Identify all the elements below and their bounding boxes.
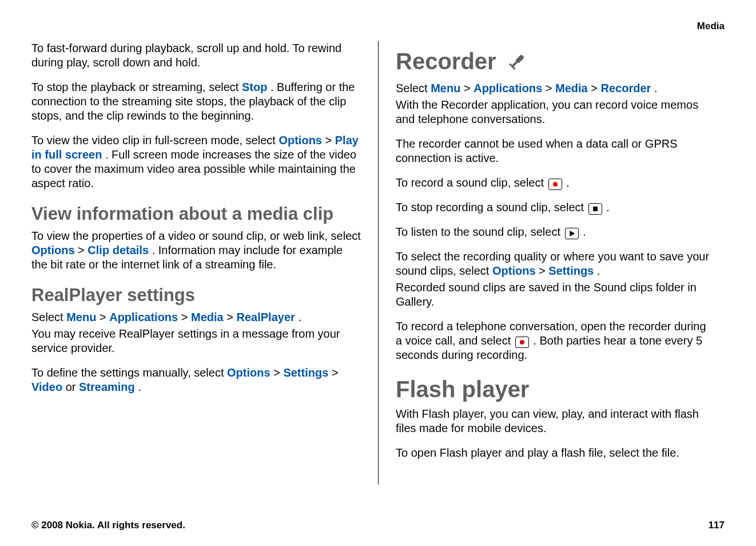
ui-label-menu: Menu <box>66 311 96 323</box>
ui-label-options: Options <box>492 264 536 277</box>
paragraph: The recorder cannot be used when a data … <box>396 137 713 165</box>
separator: > <box>78 244 87 256</box>
text: . <box>138 381 141 393</box>
text: . <box>597 264 600 277</box>
text: To record a sound clip, select <box>396 176 547 189</box>
ui-label-stop: Stop <box>242 81 267 93</box>
right-column: Recorder Select Menu > Applications <box>378 41 725 485</box>
content-columns: To fast-forward during playback, scroll … <box>31 41 725 485</box>
paragraph: You may receive RealPlayer settings in a… <box>31 327 361 355</box>
ui-label-recorder: Recorder <box>601 82 651 94</box>
record-icon <box>515 337 529 348</box>
text: To view the properties of a video or sou… <box>31 230 361 242</box>
ui-label-menu: Menu <box>431 82 460 94</box>
paragraph: To stop recording a sound clip, select . <box>396 200 713 215</box>
heading-recorder-text: Recorder <box>396 49 496 74</box>
separator: > <box>591 82 600 94</box>
ui-label-settings: Settings <box>283 366 328 379</box>
page: Media To fast-forward during playback, s… <box>0 0 756 546</box>
footer: © 2008 Nokia. All rights reserved. 117 <box>31 520 725 531</box>
text: To define the settings manually, select <box>31 366 227 379</box>
paragraph: To define the settings manually, select … <box>31 366 361 394</box>
paragraph: To view the properties of a video or sou… <box>31 229 361 272</box>
separator: > <box>539 264 548 277</box>
paragraph: To stop the playback or streaming, selec… <box>31 80 361 123</box>
paragraph: Recorded sound clips are saved in the So… <box>396 280 713 309</box>
text: . <box>654 82 658 94</box>
record-icon <box>548 179 562 190</box>
text: Select <box>31 311 66 323</box>
ui-label-settings: Settings <box>548 264 594 277</box>
heading-flash-player: Flash player <box>396 375 713 403</box>
ui-label-options: Options <box>227 366 270 379</box>
paragraph: To listen to the sound clip, select . <box>396 225 713 239</box>
paragraph: With Flash player, you can view, play, a… <box>396 407 713 436</box>
paragraph: To open Flash player and play a flash fi… <box>396 446 713 460</box>
separator: > <box>332 366 339 379</box>
ui-label-streaming: Streaming <box>79 381 135 393</box>
paragraph: To record a telephone conversation, open… <box>396 319 713 362</box>
text: . <box>583 225 586 238</box>
text: To stop the playback or streaming, selec… <box>31 81 242 93</box>
paragraph: With the Recorder application, you can r… <box>396 98 713 126</box>
text: Select <box>396 82 431 94</box>
ui-label-options: Options <box>278 134 322 147</box>
ui-label-clip-details: Clip details <box>87 244 149 256</box>
ui-label-realplayer: RealPlayer <box>237 311 295 323</box>
ui-label-media: Media <box>555 82 588 94</box>
separator: > <box>100 311 109 323</box>
ui-label-video: Video <box>31 381 62 393</box>
text: . <box>606 201 610 213</box>
text: To listen to the sound clip, select <box>396 225 564 238</box>
separator: > <box>546 82 555 94</box>
text: . <box>298 311 301 323</box>
ui-label-applications: Applications <box>109 311 178 323</box>
ui-label-media: Media <box>191 311 224 323</box>
paragraph: Select Menu > Applications > Media > Rec… <box>396 81 713 96</box>
left-column: To fast-forward during playback, scroll … <box>31 41 378 485</box>
section-label: Media <box>697 21 725 32</box>
microphone-icon <box>508 49 526 78</box>
play-icon <box>565 228 579 239</box>
heading-realplayer-settings: RealPlayer settings <box>31 284 361 307</box>
text: To view the video clip in full-screen mo… <box>31 134 278 147</box>
separator: > <box>226 311 236 323</box>
separator: > <box>181 311 191 323</box>
paragraph: To view the video clip in full-screen mo… <box>31 133 361 191</box>
text: or <box>66 381 79 393</box>
separator: > <box>273 366 283 379</box>
paragraph: To fast-forward during playback, scroll … <box>31 41 361 70</box>
text: . <box>566 176 570 189</box>
heading-recorder: Recorder <box>396 47 713 78</box>
stop-icon <box>588 203 602 215</box>
ui-label-options: Options <box>31 244 75 256</box>
copyright: © 2008 Nokia. All rights reserved. <box>31 520 185 531</box>
page-number: 117 <box>709 520 725 531</box>
ui-label-applications: Applications <box>474 82 542 94</box>
paragraph: To record a sound clip, select . <box>396 176 713 190</box>
paragraph: To select the recording quality or where… <box>396 250 713 278</box>
separator: > <box>325 134 335 147</box>
paragraph: Select Menu > Applications > Media > Rea… <box>31 310 361 325</box>
heading-view-info: View information about a media clip <box>31 203 361 225</box>
text: To stop recording a sound clip, select <box>396 201 587 213</box>
separator: > <box>464 82 474 94</box>
